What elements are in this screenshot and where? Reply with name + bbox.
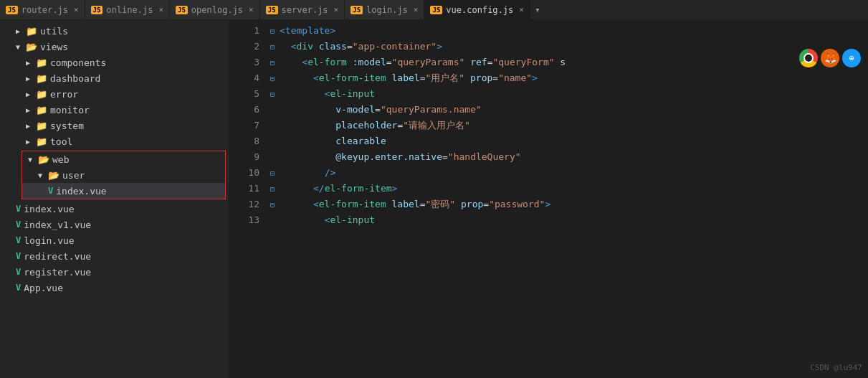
chrome-icon[interactable] — [799, 49, 818, 67]
arrow-icon-views: ▼ — [16, 43, 26, 51]
token-lt-1: < — [280, 23, 285, 39]
indent-l7 — [280, 118, 335, 133]
web-highlight-group: ▼ 📂 web ▼ 📂 user V index.vue — [22, 151, 226, 199]
sidebar-item-register-vue[interactable]: V register.vue — [0, 264, 229, 280]
line-num-13: 13 — [229, 212, 259, 228]
sidebar-item-login-vue[interactable]: V login.vue — [0, 232, 229, 248]
close-icon-5[interactable]: × — [414, 5, 419, 14]
indent-l13 — [280, 212, 325, 228]
tab-openlog[interactable]: JS openlog.js × — [170, 0, 260, 20]
gutter-fold-1[interactable]: ⊟ — [265, 23, 280, 39]
line-num-12: 12 — [229, 197, 259, 212]
sidebar-item-system-label: system — [50, 121, 84, 131]
sidebar-item-app-vue[interactable]: V App.vue — [0, 280, 229, 296]
main-area: ▶ 📁 utils ▼ 📂 views ▶ 📁 components ▶ 📁 d… — [0, 20, 868, 378]
folder-icon-error: 📁 — [36, 89, 47, 100]
sidebar-item-components-label: components — [50, 57, 106, 68]
eq-6: = — [375, 102, 381, 118]
token-elinput2: el-input — [330, 212, 375, 228]
tab-server[interactable]: JS server.js × — [260, 0, 345, 20]
sidebar-item-web[interactable]: ▼ 📂 web — [22, 151, 225, 167]
token-keyup: @keyup.enter.native — [335, 149, 442, 165]
tab-router[interactable]: JS router.js × — [0, 0, 85, 20]
arrow-icon-user: ▼ — [38, 171, 48, 179]
tab-login-label: login.js — [366, 5, 408, 15]
folder-icon-dashboard: 📁 — [36, 73, 47, 84]
token-formitem2: el-form-item — [319, 197, 386, 212]
sidebar-item-system[interactable]: ▶ 📁 system — [0, 118, 229, 133]
sidebar-item-index-vue-user[interactable]: V index.vue — [22, 183, 225, 199]
gutter-fold-2[interactable]: ⊟ — [265, 39, 280, 55]
close-icon-6[interactable]: × — [519, 5, 524, 14]
tab-online[interactable]: JS online.js × — [85, 0, 171, 20]
sidebar-item-monitor[interactable]: ▶ 📁 monitor — [0, 102, 229, 118]
vue-icon-3: V — [16, 219, 21, 230]
sidebar-item-register-vue-label: register.vue — [24, 267, 91, 278]
js-badge: JS — [6, 6, 18, 14]
safari-icon[interactable]: ⊕ — [842, 49, 861, 67]
sidebar-item-redirect-vue[interactable]: V redirect.vue — [0, 248, 229, 264]
sidebar-item-index-v1-vue-label: index_v1.vue — [24, 219, 91, 230]
sidebar-item-dashboard[interactable]: ▶ 📁 dashboard — [0, 70, 229, 86]
sidebar-item-index-vue-user-label: index.vue — [56, 186, 106, 197]
tab-overflow[interactable]: ▾ — [530, 4, 545, 15]
indent-l6 — [280, 102, 335, 118]
vue-icon: V — [48, 186, 53, 196]
line-num-8: 8 — [229, 133, 259, 149]
token-close-lt: </ — [313, 181, 325, 197]
token-label: label — [392, 70, 420, 86]
gutter-fold-3[interactable]: ⊟ — [265, 55, 280, 70]
sidebar-item-components[interactable]: ▶ 📁 components — [0, 55, 229, 70]
gutter-fold-12[interactable]: ⊟ — [265, 197, 280, 212]
code-line-2: <div class="app-container"> — [280, 39, 868, 55]
sidebar-item-index-vue-label: index.vue — [24, 204, 74, 214]
gutter-fold-11[interactable]: ⊟ — [265, 181, 280, 197]
arrow-icon-dashboard: ▶ — [26, 75, 36, 82]
close-icon-3[interactable]: × — [249, 5, 254, 14]
indent-l2 — [280, 39, 291, 55]
tab-vueconfig[interactable]: JS vue.config.js × — [424, 0, 530, 20]
folder-icon-monitor: 📁 — [36, 105, 47, 115]
sidebar-item-tool[interactable]: ▶ 📁 tool — [0, 133, 229, 149]
indent-l11 — [280, 181, 313, 197]
arrow-icon-tool: ▶ — [26, 138, 36, 146]
gutter-fold-4[interactable]: ⊟ — [265, 70, 280, 86]
firefox-icon[interactable]: 🦊 — [821, 49, 839, 67]
vue-icon-2: V — [16, 204, 21, 214]
code-area[interactable]: <template> <div class="app-container"> <… — [280, 20, 868, 378]
indent-l3 — [280, 55, 302, 70]
tab-login[interactable]: JS login.js × — [345, 0, 424, 20]
sidebar-item-index-v1-vue[interactable]: V index_v1.vue — [0, 217, 229, 232]
token-queryparams: "queryParams" — [392, 55, 465, 70]
eq-12: = — [420, 197, 426, 212]
close-icon-2[interactable]: × — [158, 5, 163, 14]
close-icon[interactable]: × — [74, 5, 79, 14]
gutter-fold-10[interactable]: ⊟ — [265, 165, 280, 181]
token-gt-formitem2: > — [545, 197, 550, 212]
code-line-12: <el-form-item label="密码" prop="password"… — [280, 197, 868, 212]
eq-12b: = — [483, 197, 489, 212]
sidebar-item-tool-label: tool — [50, 136, 72, 147]
sidebar-item-utils[interactable]: ▶ 📁 utils — [0, 23, 229, 39]
js-badge-2: JS — [91, 6, 103, 14]
sidebar-item-user[interactable]: ▼ 📂 user — [22, 167, 225, 183]
js-badge-6: JS — [430, 6, 442, 14]
code-line-9: @keyup.enter.native="handleQuery" — [280, 149, 868, 165]
token-template: template — [285, 23, 330, 39]
sidebar-item-error[interactable]: ▶ 📁 error — [0, 86, 229, 102]
token-label2: label — [392, 197, 420, 212]
gutter-line-8 — [265, 133, 280, 149]
token-lt-elinput: < — [325, 86, 330, 102]
editor[interactable]: 1 2 3 4 5 6 7 8 9 10 11 12 13 ⊟ — [229, 20, 868, 378]
folder-icon-system: 📁 — [36, 121, 47, 131]
line-num-6: 6 — [229, 102, 259, 118]
token-gt-formitem: > — [532, 70, 538, 86]
eq-7: = — [397, 118, 403, 133]
sidebar-item-views[interactable]: ▼ 📂 views — [0, 39, 229, 55]
sidebar-item-login-vue-label: login.vue — [24, 235, 74, 246]
tab-openlog-label: openlog.js — [191, 5, 243, 15]
close-icon-4[interactable]: × — [334, 5, 339, 14]
sidebar-item-index-vue[interactable]: V index.vue — [0, 201, 229, 217]
gutter-fold-5[interactable]: ⊟ — [265, 86, 280, 102]
line-num-1: 1 — [229, 23, 259, 39]
